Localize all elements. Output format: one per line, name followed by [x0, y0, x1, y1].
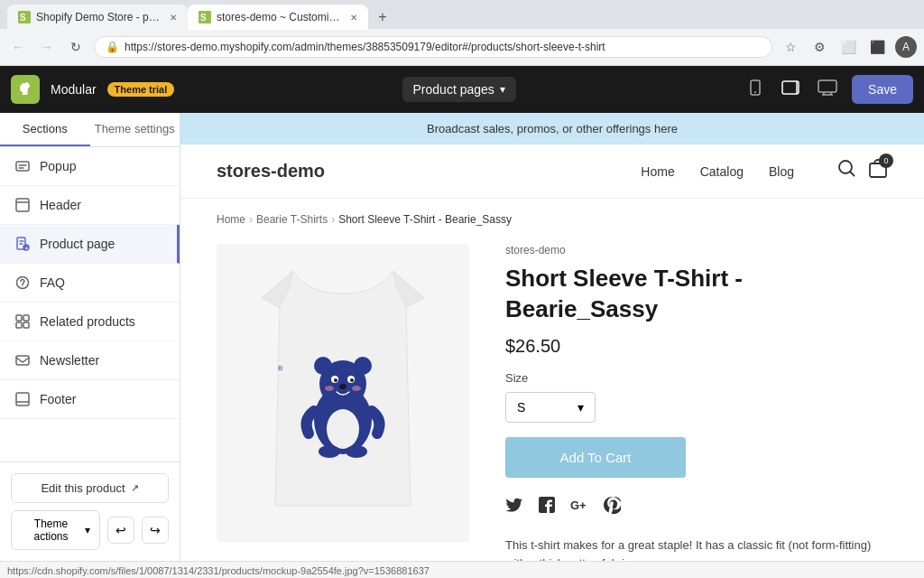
pinterest-icon[interactable]: [603, 496, 621, 518]
desktop-view-btn[interactable]: [814, 76, 841, 104]
external-link-icon: ↗: [131, 482, 139, 494]
vendor-name: stores-demo: [505, 244, 888, 256]
app-layout: Modular Theme trial Product pages ▾: [0, 66, 924, 578]
tab1-close[interactable]: ✕: [170, 13, 177, 23]
edit-product-button[interactable]: Edit this product ↗: [11, 473, 169, 503]
mobile-view-btn[interactable]: [744, 76, 767, 104]
sidebar-item-related-products[interactable]: Related products: [0, 303, 180, 341]
svg-text:B: B: [278, 364, 282, 372]
forward-button[interactable]: →: [36, 36, 58, 58]
profile-button[interactable]: A: [895, 36, 917, 58]
sidebar-item-newsletter[interactable]: Newsletter: [0, 341, 180, 380]
tab2-close[interactable]: ✕: [350, 13, 357, 23]
status-url: https://cdn.shopify.com/s/files/1/0087/1…: [7, 565, 430, 576]
search-icon[interactable]: [837, 159, 857, 183]
breadcrumb-sep2: ›: [331, 213, 335, 226]
breadcrumb-category[interactable]: Bearie T-Shirts: [256, 213, 328, 226]
svg-point-17: [22, 285, 23, 286]
add-to-cart-button[interactable]: Add To Cart: [505, 437, 686, 478]
sidebar-item-faq[interactable]: FAQ: [0, 264, 180, 303]
new-tab-button[interactable]: +: [372, 6, 393, 28]
browser-tab-1[interactable]: S Shopify Demo Store - print on... ✕: [7, 5, 188, 30]
cart-icon[interactable]: 0: [868, 159, 888, 183]
breadcrumb-home[interactable]: Home: [217, 213, 245, 226]
shopify-logo: [11, 75, 40, 104]
store-preview: Broadcast sales, promos, or other offeri…: [180, 113, 924, 561]
product-description: This t-shirt makes for a great staple! I…: [505, 536, 888, 561]
svg-rect-22: [16, 356, 29, 365]
status-bar: https://cdn.shopify.com/s/files/1/0087/1…: [0, 561, 924, 578]
sidebar-item-popup-label: Popup: [40, 159, 76, 173]
product-info: stores-demo Short Sleeve T-Shirt - Beari…: [505, 244, 888, 561]
product-price: $26.50: [505, 336, 888, 357]
sidebar-tabs: Sections Theme settings: [0, 113, 180, 147]
extension-btn3[interactable]: ⬛: [866, 36, 888, 58]
sidebar-item-product-page[interactable]: Product page: [0, 225, 180, 264]
main-content: Sections Theme settings Popup: [0, 113, 924, 561]
save-button[interactable]: Save: [852, 75, 913, 104]
product-image-svg: B: [244, 253, 442, 533]
extension-btn1[interactable]: ⚙: [808, 36, 830, 58]
svg-rect-18: [16, 315, 22, 321]
newsletter-icon: [14, 352, 31, 368]
extension-btn2[interactable]: ⬜: [837, 36, 859, 58]
tablet-view-btn[interactable]: [778, 76, 803, 104]
breadcrumb-current: Short Sleeve T-Shirt - Bearie_Sassy: [338, 213, 512, 226]
url-text: https://stores-demo.myshopify.com/admin/…: [125, 41, 605, 53]
browser-tab-2[interactable]: S stores-demo ~ Customize ~ M... ✕: [188, 5, 368, 30]
theme-actions-label: Theme actions: [21, 517, 81, 543]
store-nav-icons: 0: [837, 159, 888, 183]
sidebar-item-faq-label: FAQ: [40, 275, 65, 290]
store-header: stores-demo Home Catalog Blog: [180, 144, 924, 199]
size-selector[interactable]: S ▾: [505, 392, 596, 423]
topbar-middle: Product pages ▾: [185, 77, 733, 102]
size-label: Size: [505, 371, 888, 385]
browser-tabs: S Shopify Demo Store - print on... ✕ S s…: [0, 0, 924, 29]
theme-trial-badge: Theme trial: [107, 82, 175, 97]
twitter-icon[interactable]: [505, 496, 523, 518]
facebook-icon[interactable]: [538, 496, 556, 518]
googleplus-icon[interactable]: G+: [570, 496, 588, 518]
nav-home[interactable]: Home: [641, 164, 674, 179]
back-button[interactable]: ←: [7, 36, 29, 58]
url-bar[interactable]: 🔒 https://stores-demo.myshopify.com/admi…: [94, 36, 772, 58]
announcement-bar: Broadcast sales, promos, or other offeri…: [180, 113, 924, 144]
svg-rect-21: [23, 322, 29, 328]
tab-sections[interactable]: Sections: [0, 113, 90, 146]
social-icons: G+: [505, 496, 888, 518]
size-chevron: ▾: [578, 400, 584, 415]
sidebar-item-footer[interactable]: Footer: [0, 380, 180, 419]
popup-icon: [14, 158, 31, 174]
page-selector[interactable]: Product pages ▾: [402, 77, 516, 102]
product-layout: B stores-demo Short Sleeve T-Shirt - Bea…: [217, 244, 888, 561]
sidebar: Sections Theme settings Popup: [0, 113, 180, 561]
undo-button[interactable]: ↩: [107, 517, 134, 544]
svg-point-38: [352, 386, 361, 391]
sidebar-item-footer-label: Footer: [40, 392, 76, 406]
redo-button[interactable]: ↪: [142, 517, 169, 544]
store-nav: Home Catalog Blog: [641, 159, 888, 183]
header-icon: [14, 197, 31, 213]
tab-theme-settings[interactable]: Theme settings: [90, 113, 180, 146]
footer-icon: [14, 391, 31, 407]
theme-actions-button[interactable]: Theme actions ▾: [11, 510, 100, 550]
svg-point-35: [353, 378, 355, 379]
nav-catalog[interactable]: Catalog: [700, 164, 744, 179]
svg-rect-13: [16, 199, 29, 211]
nav-blog[interactable]: Blog: [769, 164, 794, 179]
product-title: Short Sleeve T-Shirt - Bearie_Sassy: [505, 264, 888, 325]
store-logo: stores-demo: [217, 161, 641, 182]
refresh-button[interactable]: ↻: [65, 36, 87, 58]
sidebar-item-popup[interactable]: Popup: [0, 147, 180, 186]
page-selector-label: Product pages: [413, 82, 494, 97]
bookmark-button[interactable]: ☆: [780, 36, 801, 58]
svg-point-29: [354, 357, 372, 375]
address-bar: ← → ↻ 🔒 https://stores-demo.myshopify.co…: [0, 29, 924, 65]
svg-text:G+: G+: [570, 499, 587, 512]
svg-point-36: [339, 384, 346, 389]
sidebar-item-header[interactable]: Header: [0, 186, 180, 225]
svg-rect-20: [16, 322, 22, 328]
sidebar-item-header-label: Header: [40, 198, 81, 212]
svg-rect-23: [16, 393, 29, 406]
breadcrumb: Home › Bearie T-Shirts › Short Sleeve T-…: [217, 213, 888, 226]
